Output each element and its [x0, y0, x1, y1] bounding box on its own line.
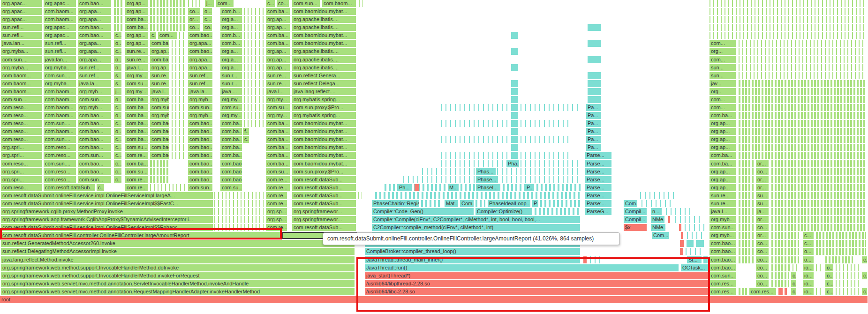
- flame-frame[interactable]: org.myba...: [1, 48, 42, 55]
- flame-frame[interactable]: com.reso...: [44, 152, 76, 159]
- flame-frame[interactable]: org.apache.ibatis....: [292, 56, 356, 63]
- flame-frame[interactable]: com.sun....: [44, 160, 76, 167]
- flame-frame[interactable]: [588, 80, 601, 87]
- flame-frame[interactable]: com.baomidou.mybat...: [292, 152, 356, 159]
- flame-frame[interactable]: com.baom...: [44, 88, 76, 95]
- flame-frame[interactable]: com.bao...: [188, 160, 212, 167]
- flame-frame[interactable]: org.apac...: [1, 8, 42, 15]
- flame-frame[interactable]: o...: [114, 56, 121, 63]
- flame-frame[interactable]: c...: [114, 168, 121, 175]
- flame-frame[interactable]: c...: [803, 232, 814, 239]
- flame-frame[interactable]: com.ba...: [125, 16, 148, 23]
- flame-frame[interactable]: com.re...: [266, 176, 290, 183]
- flame-frame[interactable]: com.baom...: [44, 8, 76, 15]
- flame-frame[interactable]: com.b...: [220, 8, 242, 15]
- flame-frame[interactable]: com.ba...: [266, 8, 290, 15]
- flame-frame[interactable]: org.springframework.web.method.support.I…: [1, 272, 355, 279]
- flame-frame[interactable]: Pa...: [586, 128, 601, 135]
- flame-frame[interactable]: org.ap...: [709, 136, 736, 143]
- flame-frame[interactable]: com.re...: [266, 192, 287, 199]
- flame-frame[interactable]: or...: [756, 184, 769, 191]
- flame-frame[interactable]: org.apac...: [44, 0, 76, 7]
- flame-frame[interactable]: com.b...: [220, 32, 242, 39]
- flame-frame[interactable]: io...: [803, 272, 814, 279]
- flame-frame[interactable]: org.my...: [266, 96, 290, 103]
- flame-frame[interactable]: org.ap...: [150, 48, 169, 55]
- flame-frame[interactable]: org.springframewor...: [292, 208, 356, 215]
- flame-frame[interactable]: c...: [114, 160, 121, 167]
- flame-frame[interactable]: org.a...: [220, 48, 242, 55]
- flame-frame[interactable]: com.resoft.dataSub...: [292, 176, 356, 183]
- flame-frame[interactable]: com.su...: [266, 168, 290, 175]
- flame-frame[interactable]: co...: [756, 168, 769, 175]
- flame-frame[interactable]: com.su...: [125, 80, 148, 87]
- flame-frame[interactable]: org.myb...: [188, 112, 212, 119]
- flame-frame[interactable]: JavaThread::thread_main_inner(): [365, 256, 580, 263]
- flame-frame[interactable]: com.resoft.dataSub...: [44, 184, 95, 191]
- flame-frame[interactable]: com.sun....: [44, 136, 76, 143]
- flame-frame[interactable]: [511, 144, 518, 151]
- flame-frame[interactable]: co...: [756, 256, 769, 263]
- flame-frame[interactable]: Pa...: [586, 144, 601, 151]
- flame-frame[interactable]: com...: [709, 96, 736, 103]
- flame-frame[interactable]: org.apac...: [44, 24, 76, 31]
- flame-frame[interactable]: co...: [188, 8, 200, 15]
- flame-frame[interactable]: org...: [709, 88, 736, 95]
- flame-frame[interactable]: Parse...: [585, 168, 611, 175]
- flame-frame[interactable]: com.bao...: [150, 120, 169, 127]
- flame-frame[interactable]: com...: [709, 56, 736, 63]
- flame-frame[interactable]: com.sun...: [150, 104, 169, 111]
- flame-frame[interactable]: Parse...: [585, 176, 611, 183]
- flame-frame[interactable]: com.bao...: [150, 128, 169, 135]
- flame-frame[interactable]: com.ba...: [150, 40, 169, 47]
- flame-frame[interactable]: sun.r...: [220, 72, 242, 79]
- flame-frame[interactable]: [696, 240, 704, 247]
- flame-frame[interactable]: org.myb...: [150, 96, 169, 103]
- flame-frame[interactable]: com.reso...: [1, 104, 42, 111]
- flame-frame[interactable]: com.bao...: [188, 136, 212, 143]
- flame-frame[interactable]: com.ba...: [266, 136, 290, 143]
- flame-frame[interactable]: o...: [803, 256, 814, 263]
- flame-frame[interactable]: com.baom...: [1, 88, 42, 95]
- flame-frame[interactable]: [687, 240, 694, 247]
- flame-frame[interactable]: su...: [756, 192, 769, 199]
- flame-frame[interactable]: org.ap...: [266, 56, 290, 63]
- flame-frame[interactable]: com.ba...: [266, 120, 290, 127]
- flame-frame[interactable]: org.apa...: [188, 56, 212, 63]
- flame-frame[interactable]: com.baom...: [44, 128, 76, 135]
- flame-frame[interactable]: com.ba...: [220, 128, 242, 135]
- flame-frame[interactable]: com.ba...: [709, 152, 736, 159]
- flame-frame[interactable]: com.bao...: [188, 48, 212, 55]
- flame-frame[interactable]: com.re...: [266, 184, 290, 191]
- flame-frame[interactable]: com.reso...: [1, 160, 42, 167]
- flame-frame[interactable]: sun.re...: [150, 72, 169, 79]
- flame-frame[interactable]: Com...: [652, 232, 669, 239]
- flame-frame[interactable]: or...: [188, 16, 200, 23]
- flame-frame[interactable]: St...: [687, 256, 702, 263]
- flame-frame[interactable]: com.su...: [220, 104, 242, 111]
- flame-frame[interactable]: sun.reflect.Delega...: [292, 80, 356, 87]
- flame-frame[interactable]: c...: [266, 0, 275, 7]
- flame-frame[interactable]: com.ba...: [266, 144, 290, 151]
- flame-frame[interactable]: com.sun....: [44, 120, 76, 127]
- flame-frame[interactable]: c...: [791, 280, 796, 287]
- flame-frame[interactable]: com.ba...: [266, 128, 290, 135]
- flame-frame[interactable]: com.re...: [125, 184, 148, 191]
- flame-frame[interactable]: org.ap...: [709, 184, 736, 191]
- flame-frame[interactable]: com.bao...: [78, 24, 111, 31]
- flame-frame[interactable]: Parse...: [585, 160, 611, 167]
- flame-frame[interactable]: Compile::Code_Gen(): [372, 208, 474, 215]
- flame-frame[interactable]: org.myb...: [150, 112, 169, 119]
- flame-frame[interactable]: org.ap...: [125, 32, 148, 39]
- flame-frame[interactable]: co...: [756, 280, 769, 287]
- flame-frame[interactable]: Ph...: [398, 184, 411, 191]
- flame-frame[interactable]: com.baomidou.mybat...: [292, 32, 356, 39]
- flame-frame[interactable]: com.resoft.dataSub...: [292, 224, 356, 231]
- flame-frame[interactable]: org.ap...: [266, 48, 290, 55]
- flame-frame[interactable]: com.reso...: [1, 128, 42, 135]
- flame-frame[interactable]: Phase...: [476, 176, 498, 183]
- flame-frame[interactable]: org.my...: [220, 96, 242, 103]
- flame-frame[interactable]: sun.ref...: [78, 64, 111, 71]
- flame-frame[interactable]: [511, 32, 518, 39]
- flame-frame[interactable]: c...: [114, 152, 121, 159]
